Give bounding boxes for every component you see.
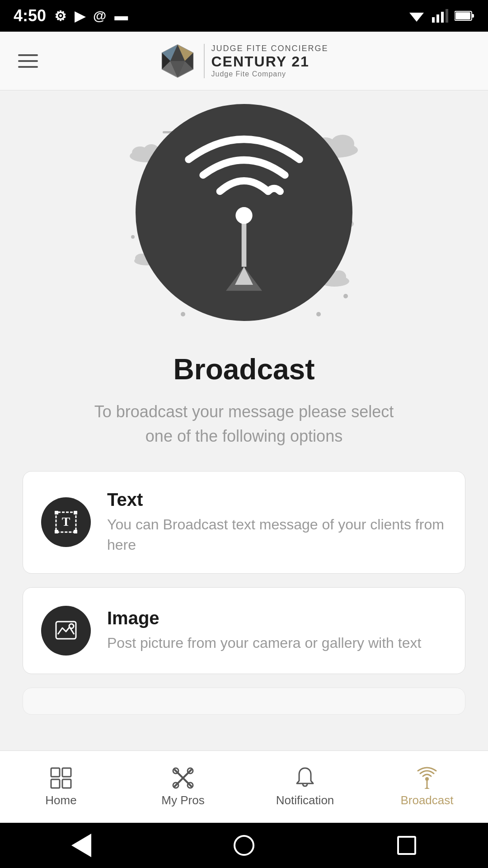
- text-card-title: Text: [107, 490, 447, 510]
- text-card-icon: T: [52, 509, 80, 536]
- menu-line-2: [18, 60, 38, 62]
- text-card-desc: You can Broadcast text message of your c…: [107, 514, 447, 555]
- svg-rect-49: [51, 779, 60, 788]
- my-pros-icon: [171, 766, 195, 790]
- at-status-icon: @: [93, 8, 106, 24]
- recents-button[interactable]: [391, 830, 422, 861]
- broadcast-circle: [136, 104, 352, 321]
- text-option-card[interactable]: T Text You can Broadcast text message of…: [23, 471, 465, 574]
- svg-rect-6: [472, 14, 474, 18]
- image-card-title: Image: [107, 608, 421, 628]
- svg-marker-0: [409, 13, 424, 22]
- nav-home[interactable]: Home: [0, 766, 122, 807]
- svg-point-46: [69, 624, 74, 628]
- broadcast-tower-svg: [154, 122, 334, 303]
- logo-top-text: JUDGE FITE CONCIERGE: [211, 44, 328, 53]
- play-status-icon: ▶: [75, 8, 85, 24]
- header: JUDGE FITE CONCIERGE CENTURY 21 Judge Fi…: [0, 32, 488, 90]
- image-option-card[interactable]: Image Post picture from your camera or g…: [23, 587, 465, 674]
- page-subtitle: To broadcast your message please select …: [86, 400, 402, 448]
- svg-point-59: [425, 777, 429, 781]
- text-card-icon-circle: T: [41, 497, 91, 547]
- page-title: Broadcast: [174, 353, 315, 386]
- svg-rect-47: [51, 768, 60, 777]
- nav-my-pros-label: My Pros: [161, 793, 204, 807]
- memory-status-icon: ▬: [114, 8, 128, 24]
- svg-point-25: [331, 135, 354, 153]
- logo-sub-text: Judge Fite Company: [211, 70, 328, 78]
- svg-point-38: [235, 207, 252, 224]
- text-card-text: Text You can Broadcast text message of y…: [107, 490, 447, 555]
- status-bar: 4:50 ⚙ ▶ @ ▬: [0, 0, 488, 32]
- system-nav-bar: [0, 823, 488, 868]
- image-card-icon: [52, 617, 80, 644]
- nav-broadcast[interactable]: Broadcast: [366, 766, 488, 807]
- nav-my-pros[interactable]: My Pros: [122, 766, 244, 807]
- wifi-status-icon: [408, 9, 426, 23]
- dot-deco-2: [181, 312, 185, 316]
- svg-marker-58: [424, 787, 430, 789]
- svg-rect-42: [74, 511, 77, 514]
- time-display: 4:50: [14, 6, 46, 25]
- svg-rect-43: [55, 530, 58, 533]
- logo-hexagon-icon: [160, 43, 196, 79]
- bottom-nav: Home My Pros Notification: [0, 750, 488, 823]
- settings-status-icon: ⚙: [54, 8, 66, 24]
- svg-rect-7: [455, 12, 470, 19]
- notification-icon: [293, 766, 317, 790]
- back-triangle-icon: [71, 834, 91, 857]
- svg-rect-48: [62, 768, 71, 777]
- broadcast-nav-icon: [415, 766, 439, 790]
- status-bar-right: [408, 9, 474, 23]
- home-button[interactable]: [228, 830, 260, 861]
- svg-rect-50: [62, 779, 71, 788]
- nav-home-label: Home: [45, 793, 76, 807]
- dot-deco-4: [131, 235, 135, 239]
- image-card-desc: Post picture from your camera or gallery…: [107, 633, 421, 653]
- image-card-icon-circle: [41, 606, 91, 656]
- dot-deco-6: [343, 294, 348, 298]
- svg-text:T: T: [62, 514, 70, 528]
- signal-status-icon: [432, 9, 448, 23]
- partial-card: [23, 688, 465, 715]
- back-button[interactable]: [66, 830, 97, 861]
- logo-main-text: CENTURY 21: [211, 53, 328, 70]
- svg-rect-3: [441, 12, 444, 23]
- main-content: Broadcast To broadcast your message plea…: [0, 90, 488, 750]
- menu-button[interactable]: [18, 54, 38, 68]
- menu-line-1: [18, 54, 38, 56]
- logo: JUDGE FITE CONCIERGE CENTURY 21 Judge Fi…: [160, 43, 328, 79]
- logo-text: JUDGE FITE CONCIERGE CENTURY 21 Judge Fi…: [204, 44, 328, 78]
- hero-illustration: [127, 104, 361, 339]
- svg-rect-41: [55, 511, 58, 514]
- nav-notification[interactable]: Notification: [244, 766, 366, 807]
- image-card-text: Image Post picture from your camera or g…: [107, 608, 421, 653]
- svg-rect-2: [436, 14, 439, 23]
- recents-square-icon: [397, 836, 416, 855]
- battery-status-icon: [455, 10, 474, 21]
- nav-broadcast-label: Broadcast: [400, 793, 453, 807]
- home-circle-icon: [234, 835, 254, 856]
- status-bar-left: 4:50 ⚙ ▶ @ ▬: [14, 6, 128, 25]
- svg-rect-4: [446, 9, 448, 23]
- svg-rect-44: [74, 530, 77, 533]
- dot-deco-3: [316, 312, 321, 316]
- menu-line-3: [18, 66, 38, 68]
- home-icon: [49, 766, 73, 790]
- svg-rect-1: [432, 17, 435, 23]
- nav-notification-label: Notification: [276, 793, 334, 807]
